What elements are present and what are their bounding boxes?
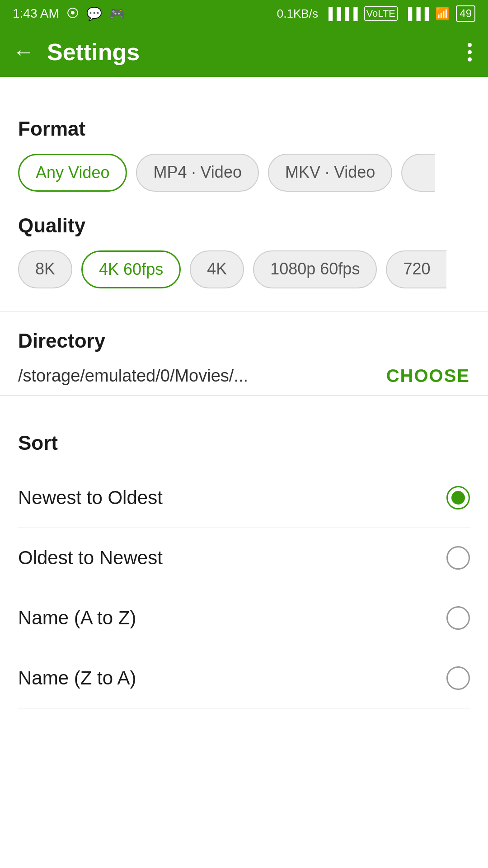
chip-4k[interactable]: 4K bbox=[190, 250, 244, 288]
quality-section: Quality 8K 4K 60fps 4K 1080p 60fps 720 bbox=[18, 214, 470, 288]
directory-row: /storage/emulated/0/Movies/... CHOOSE bbox=[18, 366, 470, 386]
chip-mkv-video[interactable]: MKV · Video bbox=[268, 154, 392, 192]
messenger-icon: 💬 bbox=[86, 6, 102, 21]
sort-name-za-label: Name (Z to A) bbox=[18, 667, 136, 689]
chip-any-video[interactable]: Any Video bbox=[18, 154, 127, 192]
chip-more[interactable] bbox=[401, 154, 435, 192]
chip-1080p-60fps[interactable]: 1080p 60fps bbox=[253, 250, 377, 288]
signal2-icon: ▐▐▐ bbox=[404, 7, 429, 21]
format-chips: Any Video MP4 · Video MKV · Video bbox=[18, 154, 470, 192]
sort-name-az-label: Name (A to Z) bbox=[18, 607, 136, 629]
sort-newest-oldest-radio[interactable] bbox=[446, 486, 470, 509]
chip-720p[interactable]: 720 bbox=[386, 250, 446, 288]
network-speed: 0.1KB/s bbox=[277, 7, 318, 21]
wifi-icon: 📶 bbox=[435, 7, 450, 21]
divider-1 bbox=[0, 311, 488, 311]
sort-newest-oldest-label: Newest to Oldest bbox=[18, 487, 163, 509]
chip-mp4-video[interactable]: MP4 · Video bbox=[136, 154, 258, 192]
status-left: 1:43 AM ⦿ 💬 🎮 bbox=[13, 6, 125, 21]
status-bar: 1:43 AM ⦿ 💬 🎮 0.1KB/s ▐▐▐▐ VoLTE ▐▐▐ 📶 4… bbox=[0, 0, 488, 27]
directory-section: Directory /storage/emulated/0/Movies/...… bbox=[18, 330, 470, 386]
settings-content: Format Any Video MP4 · Video MKV · Video… bbox=[0, 77, 488, 396]
format-section: Format Any Video MP4 · Video MKV · Video bbox=[18, 118, 470, 192]
notification-icon: ⦿ bbox=[66, 6, 79, 21]
directory-label: Directory bbox=[18, 330, 470, 352]
signal-icon: ▐▐▐▐ bbox=[324, 7, 358, 21]
back-button[interactable]: ← bbox=[13, 41, 34, 63]
chip-4k-60fps[interactable]: 4K 60fps bbox=[81, 250, 181, 288]
dot2 bbox=[468, 50, 472, 54]
sort-option-name-za[interactable]: Name (Z to A) bbox=[18, 648, 470, 708]
dot1 bbox=[468, 43, 472, 47]
dot3 bbox=[468, 57, 472, 61]
quality-chips: 8K 4K 60fps 4K 1080p 60fps 720 bbox=[18, 250, 470, 288]
sort-label: Sort bbox=[18, 432, 470, 454]
sort-name-za-radio[interactable] bbox=[446, 666, 470, 690]
app-bar: ← Settings bbox=[0, 27, 488, 77]
status-time: 1:43 AM bbox=[13, 6, 59, 21]
page-title: Settings bbox=[47, 38, 464, 66]
sort-oldest-newest-label: Oldest to Newest bbox=[18, 547, 163, 569]
status-right: 0.1KB/s ▐▐▐▐ VoLTE ▐▐▐ 📶 49 bbox=[277, 5, 475, 22]
sort-option-oldest-newest[interactable]: Oldest to Newest bbox=[18, 528, 470, 588]
radio-inner bbox=[451, 491, 465, 505]
sort-name-az-radio[interactable] bbox=[446, 606, 470, 630]
volte-icon: VoLTE bbox=[364, 6, 398, 21]
choose-button[interactable]: CHOOSE bbox=[386, 366, 470, 386]
overflow-menu-button[interactable] bbox=[464, 39, 475, 65]
sort-oldest-newest-radio[interactable] bbox=[446, 546, 470, 570]
format-label: Format bbox=[18, 118, 470, 140]
game-icon: 🎮 bbox=[109, 6, 125, 21]
sort-section: Sort Newest to Oldest Oldest to Newest N… bbox=[0, 414, 488, 708]
sort-option-newest-oldest[interactable]: Newest to Oldest bbox=[18, 468, 470, 528]
sort-option-name-az[interactable]: Name (A to Z) bbox=[18, 588, 470, 648]
quality-label: Quality bbox=[18, 214, 470, 237]
directory-path: /storage/emulated/0/Movies/... bbox=[18, 366, 248, 386]
divider-2 bbox=[0, 395, 488, 396]
battery-icon: 49 bbox=[456, 5, 475, 22]
chip-8k[interactable]: 8K bbox=[18, 250, 72, 288]
